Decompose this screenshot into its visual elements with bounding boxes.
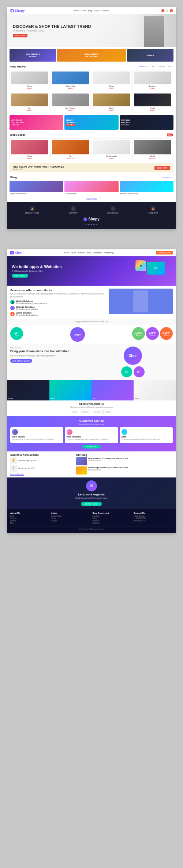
- truck-icon: 🚚: [30, 206, 35, 211]
- product-item[interactable]: Bag $68.00: [10, 92, 49, 113]
- xber-cta-icon: ✉: [86, 480, 97, 491]
- product-item[interactable]: Watch $90.00: [92, 92, 131, 113]
- xber-testimonials-title: Customer Stories: [10, 419, 173, 422]
- shopy-blog-row: Wear Fashion Wear 8 Bar Fashion Beyond F…: [7, 180, 176, 196]
- xber-testimonials-section: Customer Stories Happy clients share the…: [7, 416, 176, 451]
- product-price: $68.00: [11, 109, 48, 111]
- xber-award-1: 🏆 Best Web Agency 2022: [10, 457, 75, 464]
- shopy-promo-coolers[interactable]: TRENDYCOOLERSBIG SALE: [64, 115, 118, 130]
- pagination-dot-1[interactable]: [86, 224, 87, 225]
- shopy-promo-watches[interactable]: BUY NEWWATCHESSHOP NOW: [120, 115, 173, 130]
- shopy-banner-2[interactable]: NEW ARRIVALS70% OFFERING: [57, 49, 126, 62]
- product-image: [134, 72, 171, 84]
- bestseller-image: [93, 140, 130, 154]
- xber-service-web-text: Website Solutions We build amazing websi…: [16, 306, 38, 310]
- shopy-blog-post-3[interactable]: Beyond Fashion Wear: [120, 181, 173, 195]
- xber-footer-email[interactable]: hello@xber.com: [134, 515, 173, 517]
- xber-award-text-2: Top Blockchain 2021: [18, 467, 35, 469]
- xber-footer-link-services[interactable]: Services: [10, 517, 49, 519]
- shopy-blog-label-2: 8 Bar Fashion: [64, 192, 118, 195]
- shopy-blog-post-2[interactable]: 8 Bar Fashion: [64, 181, 118, 195]
- shopy-feature-shipping: 🚚 FREE SHIPPING: [25, 206, 39, 214]
- xber-logo[interactable]: X Xber: [10, 251, 22, 254]
- xber-hero-cta[interactable]: WHO IS XBER: [12, 274, 28, 278]
- xber-footer-link-linkedin[interactable]: LinkedIn: [93, 520, 132, 522]
- shopy-filter-all[interactable]: All Products: [138, 65, 150, 68]
- shopy-hero-image: [132, 14, 176, 47]
- bestseller-item[interactable]: Dress $38.00: [10, 138, 49, 161]
- xber-footer-link-twitter[interactable]: Twitter: [93, 517, 132, 519]
- xber-footer-link-privacy[interactable]: Privacy Policy: [51, 515, 90, 517]
- xber-3d-cube: ◈: [135, 260, 146, 271]
- shopy-promo-purchase-btn[interactable]: SHOP NOW: [154, 166, 170, 170]
- xber-footer-link-instagram[interactable]: Instagram: [93, 522, 132, 524]
- shopy-best-seller-title: Best Seller: [10, 133, 25, 136]
- bestseller-item[interactable]: White Jacket $78.00: [92, 138, 131, 161]
- xber-footer-link-portfolio[interactable]: Portfolio: [10, 520, 49, 522]
- bestseller-price: $78.00: [93, 157, 130, 160]
- shopy-navbar: Shopy Home Store Blog Pages Fashion ♡ 5 …: [7, 7, 176, 14]
- shopy-logo[interactable]: Shopy: [10, 9, 25, 12]
- shopy-view-more-btn[interactable]: VIEW MORE: [83, 197, 100, 201]
- xber-footer-link-facebook[interactable]: Facebook: [93, 515, 132, 517]
- product-item[interactable]: Shoes $78.00: [92, 70, 131, 91]
- xber-stat-quality: 100% Quality: [132, 327, 145, 340]
- product-item[interactable]: Jacket $35.00: [10, 70, 49, 91]
- xber-services-photo-inner: [133, 290, 148, 312]
- xber-nav-cta[interactable]: Request Quote: [156, 251, 173, 254]
- wishlist-icon[interactable]: ♡: [158, 10, 160, 12]
- xber-awards-title: Awards & Achievement: [10, 454, 75, 456]
- xber-small-circles: 1K+ 5K+: [121, 366, 145, 377]
- xber-logo-icon: X: [10, 251, 14, 254]
- xber-blog-thumb-2: [76, 466, 87, 475]
- xber-awards-blog-section: Awards & Achievement 🏆 Best Web Agency 2…: [7, 451, 176, 477]
- shopy-hero-model: [144, 16, 164, 47]
- cart-icon[interactable]: 🛒: [166, 10, 168, 12]
- pagination-dot-5[interactable]: [96, 224, 97, 225]
- shopy-promo-kids[interactable]: KIDS DRESSCOLLECTIONSSHOP NOW: [10, 115, 63, 130]
- xber-stat-years: 18+ Years: [10, 327, 23, 340]
- xber-stats-row: 18+ Years Xber 100% Quality 1,000+ Proje…: [7, 325, 176, 344]
- shopy-hero-cta[interactable]: SHOP NOW: [13, 34, 27, 37]
- xber-testimonials-more-btn[interactable]: VIEW MORE: [82, 445, 101, 448]
- xber-footer-link-contact[interactable]: Contact: [51, 520, 90, 522]
- xber-portfolio-item-1[interactable]: Laptop: [7, 380, 49, 400]
- shopy-banner-3[interactable]: WOMEN: [127, 49, 173, 62]
- xber-testimonial-3: Scott Professional team with excellent c…: [120, 427, 173, 443]
- shopy-new-arrival-header: New Arrival All Products Men Women Kids: [7, 63, 176, 69]
- product-item[interactable]: Pants $50.00: [132, 92, 172, 113]
- pagination-dot-3-active[interactable]: [91, 224, 92, 225]
- shopy-filter-kids[interactable]: Kids: [167, 65, 173, 68]
- xber-portfolio-item-3[interactable]: App: [92, 380, 134, 400]
- pagination-dot-2[interactable]: [88, 224, 90, 225]
- xber-blog-post-2[interactable]: What is legal Marketing to Achieve clear…: [76, 466, 173, 475]
- xber-footer-link-home[interactable]: Home: [10, 515, 49, 517]
- xber-blog-post-1[interactable]: Why Metamask is moving in an important a…: [76, 457, 173, 465]
- shopy-banner-1[interactable]: NEW ARRIVALSWOMEN: [10, 49, 56, 62]
- product-item[interactable]: Sneakers $74.00: [132, 70, 172, 91]
- product-price: $78.00: [93, 87, 130, 89]
- xber-portfolio-item-4[interactable]: Tablet: [134, 380, 176, 400]
- shopy-filter-men[interactable]: Men: [150, 65, 156, 68]
- xber-cta-btn[interactable]: GET IN TOUCH: [81, 502, 102, 506]
- xber-whyus-cta[interactable]: GET A FREE QUOTE: [10, 359, 32, 363]
- pagination-dot-4[interactable]: [93, 224, 95, 225]
- xber-footer-link-blog[interactable]: Blog: [10, 522, 49, 524]
- bestseller-item[interactable]: Bag $125.00: [51, 138, 90, 161]
- bestseller-item[interactable]: Model $155.00: [132, 138, 172, 161]
- shopy-footer-logo: Shopy: [83, 217, 100, 221]
- shopy-feature-secure: 🛡 SECURE PAY: [107, 206, 119, 214]
- xber-footer-link-terms[interactable]: Terms: [51, 517, 90, 519]
- product-item[interactable]: Jacket Blue $48.00: [51, 70, 90, 91]
- product-price: $48.00: [52, 87, 89, 89]
- shopy-blog-post-1[interactable]: Wear Fashion Wear: [10, 181, 63, 195]
- xber-blog-thumb-1: [76, 457, 87, 465]
- shopy-filter-women[interactable]: Women: [157, 65, 166, 68]
- xber-award-icon-2: ₿: [10, 465, 17, 472]
- xber-award-view-all[interactable]: View All Projects: [10, 473, 24, 475]
- xber-footer-col-title-social: Stay Connected: [93, 512, 132, 514]
- shopy-nav-actions: ♡ 5 🛒 2: [158, 9, 173, 12]
- product-item[interactable]: Man Casual $55.00: [51, 92, 90, 113]
- xber-portfolio-item-2[interactable]: Mobile: [49, 380, 92, 400]
- shopy-blog-view-all[interactable]: VIEW MORE: [162, 176, 173, 179]
